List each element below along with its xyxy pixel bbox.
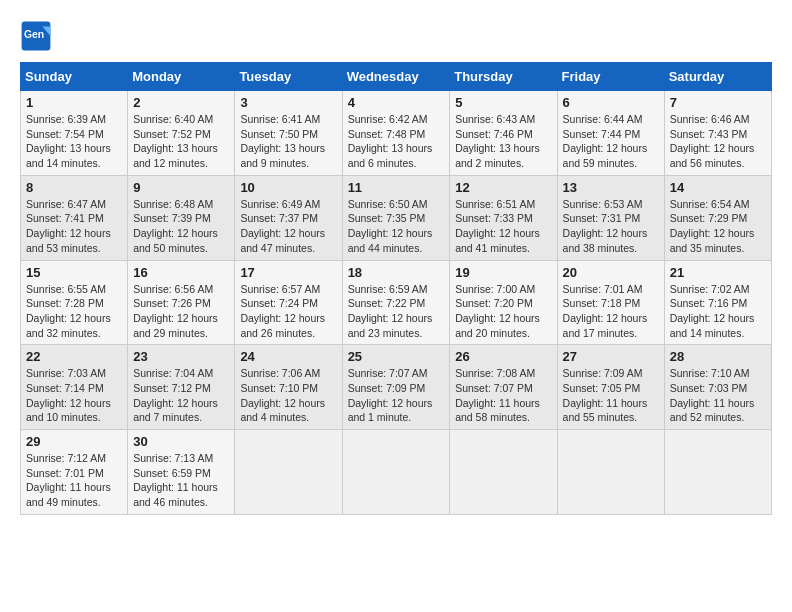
day-number: 22 — [26, 349, 122, 364]
day-number: 4 — [348, 95, 445, 110]
day-info: Sunrise: 6:42 AMSunset: 7:48 PMDaylight:… — [348, 113, 433, 169]
calendar-day-cell: 26 Sunrise: 7:08 AMSunset: 7:07 PMDaylig… — [450, 345, 557, 430]
day-number: 24 — [240, 349, 336, 364]
day-info: Sunrise: 7:10 AMSunset: 7:03 PMDaylight:… — [670, 367, 755, 423]
calendar-day-cell: 14 Sunrise: 6:54 AMSunset: 7:29 PMDaylig… — [664, 175, 771, 260]
calendar-day-cell: 17 Sunrise: 6:57 AMSunset: 7:24 PMDaylig… — [235, 260, 342, 345]
empty-day-cell — [450, 430, 557, 515]
day-number: 21 — [670, 265, 766, 280]
weekday-header-tuesday: Tuesday — [235, 63, 342, 91]
day-number: 10 — [240, 180, 336, 195]
day-number: 13 — [563, 180, 659, 195]
calendar-day-cell: 23 Sunrise: 7:04 AMSunset: 7:12 PMDaylig… — [128, 345, 235, 430]
weekday-header-sunday: Sunday — [21, 63, 128, 91]
day-number: 5 — [455, 95, 551, 110]
day-number: 9 — [133, 180, 229, 195]
calendar-day-cell: 15 Sunrise: 6:55 AMSunset: 7:28 PMDaylig… — [21, 260, 128, 345]
day-number: 14 — [670, 180, 766, 195]
weekday-header-friday: Friday — [557, 63, 664, 91]
calendar-day-cell: 30 Sunrise: 7:13 AMSunset: 6:59 PMDaylig… — [128, 430, 235, 515]
day-info: Sunrise: 6:51 AMSunset: 7:33 PMDaylight:… — [455, 198, 540, 254]
empty-day-cell — [664, 430, 771, 515]
day-number: 29 — [26, 434, 122, 449]
calendar-day-cell: 5 Sunrise: 6:43 AMSunset: 7:46 PMDayligh… — [450, 91, 557, 176]
day-number: 25 — [348, 349, 445, 364]
calendar-day-cell: 29 Sunrise: 7:12 AMSunset: 7:01 PMDaylig… — [21, 430, 128, 515]
day-info: Sunrise: 6:41 AMSunset: 7:50 PMDaylight:… — [240, 113, 325, 169]
day-number: 15 — [26, 265, 122, 280]
calendar-day-cell: 12 Sunrise: 6:51 AMSunset: 7:33 PMDaylig… — [450, 175, 557, 260]
day-info: Sunrise: 7:00 AMSunset: 7:20 PMDaylight:… — [455, 283, 540, 339]
day-info: Sunrise: 6:47 AMSunset: 7:41 PMDaylight:… — [26, 198, 111, 254]
day-number: 30 — [133, 434, 229, 449]
page-header: Gen — [20, 20, 772, 52]
calendar-week-row: 8 Sunrise: 6:47 AMSunset: 7:41 PMDayligh… — [21, 175, 772, 260]
day-number: 19 — [455, 265, 551, 280]
calendar-week-row: 15 Sunrise: 6:55 AMSunset: 7:28 PMDaylig… — [21, 260, 772, 345]
calendar-day-cell: 16 Sunrise: 6:56 AMSunset: 7:26 PMDaylig… — [128, 260, 235, 345]
svg-text:Gen: Gen — [24, 29, 44, 40]
calendar-day-cell: 3 Sunrise: 6:41 AMSunset: 7:50 PMDayligh… — [235, 91, 342, 176]
day-number: 2 — [133, 95, 229, 110]
day-number: 17 — [240, 265, 336, 280]
calendar-table: SundayMondayTuesdayWednesdayThursdayFrid… — [20, 62, 772, 515]
day-info: Sunrise: 6:56 AMSunset: 7:26 PMDaylight:… — [133, 283, 218, 339]
day-info: Sunrise: 7:01 AMSunset: 7:18 PMDaylight:… — [563, 283, 648, 339]
weekday-header-thursday: Thursday — [450, 63, 557, 91]
calendar-day-cell: 6 Sunrise: 6:44 AMSunset: 7:44 PMDayligh… — [557, 91, 664, 176]
empty-day-cell — [342, 430, 450, 515]
day-info: Sunrise: 6:44 AMSunset: 7:44 PMDaylight:… — [563, 113, 648, 169]
calendar-day-cell: 9 Sunrise: 6:48 AMSunset: 7:39 PMDayligh… — [128, 175, 235, 260]
weekday-header-row: SundayMondayTuesdayWednesdayThursdayFrid… — [21, 63, 772, 91]
day-number: 1 — [26, 95, 122, 110]
day-info: Sunrise: 6:57 AMSunset: 7:24 PMDaylight:… — [240, 283, 325, 339]
day-number: 6 — [563, 95, 659, 110]
day-info: Sunrise: 7:02 AMSunset: 7:16 PMDaylight:… — [670, 283, 755, 339]
day-info: Sunrise: 6:48 AMSunset: 7:39 PMDaylight:… — [133, 198, 218, 254]
calendar-week-row: 22 Sunrise: 7:03 AMSunset: 7:14 PMDaylig… — [21, 345, 772, 430]
day-info: Sunrise: 7:09 AMSunset: 7:05 PMDaylight:… — [563, 367, 648, 423]
day-info: Sunrise: 7:12 AMSunset: 7:01 PMDaylight:… — [26, 452, 111, 508]
day-info: Sunrise: 6:50 AMSunset: 7:35 PMDaylight:… — [348, 198, 433, 254]
calendar-day-cell: 8 Sunrise: 6:47 AMSunset: 7:41 PMDayligh… — [21, 175, 128, 260]
weekday-header-saturday: Saturday — [664, 63, 771, 91]
day-info: Sunrise: 7:08 AMSunset: 7:07 PMDaylight:… — [455, 367, 540, 423]
day-info: Sunrise: 7:06 AMSunset: 7:10 PMDaylight:… — [240, 367, 325, 423]
day-info: Sunrise: 6:54 AMSunset: 7:29 PMDaylight:… — [670, 198, 755, 254]
calendar-day-cell: 1 Sunrise: 6:39 AMSunset: 7:54 PMDayligh… — [21, 91, 128, 176]
day-info: Sunrise: 6:59 AMSunset: 7:22 PMDaylight:… — [348, 283, 433, 339]
day-number: 16 — [133, 265, 229, 280]
day-info: Sunrise: 7:04 AMSunset: 7:12 PMDaylight:… — [133, 367, 218, 423]
calendar-day-cell: 20 Sunrise: 7:01 AMSunset: 7:18 PMDaylig… — [557, 260, 664, 345]
day-info: Sunrise: 7:13 AMSunset: 6:59 PMDaylight:… — [133, 452, 218, 508]
day-info: Sunrise: 6:55 AMSunset: 7:28 PMDaylight:… — [26, 283, 111, 339]
calendar-day-cell: 10 Sunrise: 6:49 AMSunset: 7:37 PMDaylig… — [235, 175, 342, 260]
day-number: 28 — [670, 349, 766, 364]
logo: Gen — [20, 20, 54, 52]
calendar-day-cell: 13 Sunrise: 6:53 AMSunset: 7:31 PMDaylig… — [557, 175, 664, 260]
weekday-header-wednesday: Wednesday — [342, 63, 450, 91]
day-number: 3 — [240, 95, 336, 110]
day-number: 27 — [563, 349, 659, 364]
day-info: Sunrise: 6:49 AMSunset: 7:37 PMDaylight:… — [240, 198, 325, 254]
calendar-day-cell: 27 Sunrise: 7:09 AMSunset: 7:05 PMDaylig… — [557, 345, 664, 430]
day-number: 11 — [348, 180, 445, 195]
calendar-day-cell: 19 Sunrise: 7:00 AMSunset: 7:20 PMDaylig… — [450, 260, 557, 345]
day-number: 8 — [26, 180, 122, 195]
calendar-day-cell: 7 Sunrise: 6:46 AMSunset: 7:43 PMDayligh… — [664, 91, 771, 176]
day-info: Sunrise: 7:07 AMSunset: 7:09 PMDaylight:… — [348, 367, 433, 423]
empty-day-cell — [235, 430, 342, 515]
calendar-day-cell: 22 Sunrise: 7:03 AMSunset: 7:14 PMDaylig… — [21, 345, 128, 430]
day-info: Sunrise: 6:53 AMSunset: 7:31 PMDaylight:… — [563, 198, 648, 254]
logo-icon: Gen — [20, 20, 52, 52]
day-info: Sunrise: 7:03 AMSunset: 7:14 PMDaylight:… — [26, 367, 111, 423]
calendar-day-cell: 28 Sunrise: 7:10 AMSunset: 7:03 PMDaylig… — [664, 345, 771, 430]
day-number: 23 — [133, 349, 229, 364]
calendar-week-row: 1 Sunrise: 6:39 AMSunset: 7:54 PMDayligh… — [21, 91, 772, 176]
day-info: Sunrise: 6:43 AMSunset: 7:46 PMDaylight:… — [455, 113, 540, 169]
weekday-header-monday: Monday — [128, 63, 235, 91]
calendar-day-cell: 25 Sunrise: 7:07 AMSunset: 7:09 PMDaylig… — [342, 345, 450, 430]
calendar-day-cell: 11 Sunrise: 6:50 AMSunset: 7:35 PMDaylig… — [342, 175, 450, 260]
day-info: Sunrise: 6:39 AMSunset: 7:54 PMDaylight:… — [26, 113, 111, 169]
day-number: 7 — [670, 95, 766, 110]
